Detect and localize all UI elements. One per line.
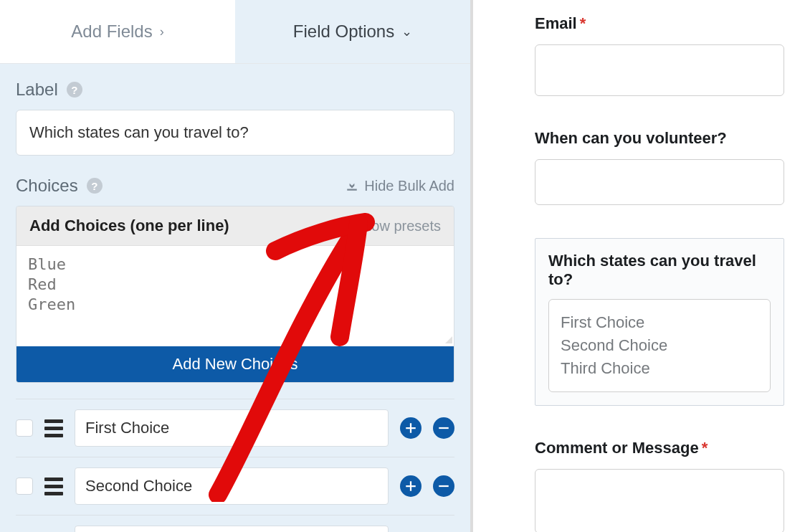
tab-label: Add Fields	[71, 22, 152, 42]
help-icon[interactable]: ?	[67, 82, 82, 98]
add-new-choices-button[interactable]: Add New Choices	[16, 346, 454, 382]
choice-list	[16, 399, 454, 532]
choice-text-input[interactable]	[75, 409, 389, 447]
form-preview: Email* When can you volunteer? Which sta…	[473, 0, 800, 532]
volunteer-field[interactable]	[535, 159, 784, 205]
sidebar-tabs: Add Fields › Field Options ⌄	[0, 0, 470, 64]
hide-bulk-add-link[interactable]: Hide Bulk Add	[346, 178, 454, 194]
bulk-choices-textarea[interactable]	[16, 246, 454, 343]
field-label-states: Which states can you travel to?	[548, 252, 771, 289]
label-section-heading: Label ?	[16, 80, 454, 100]
required-icon: *	[580, 14, 586, 32]
field-label-volunteer: When can you volunteer?	[535, 129, 784, 148]
chevron-right-icon: ›	[160, 24, 164, 39]
bulk-title: Add Choices (one per line)	[29, 217, 229, 235]
tab-field-options[interactable]: Field Options ⌄	[235, 0, 470, 63]
download-icon	[346, 179, 358, 192]
choice-preview: Third Choice	[561, 357, 758, 380]
label-text: Email	[535, 14, 577, 32]
label-input[interactable]	[16, 110, 454, 156]
choice-row	[16, 516, 454, 532]
remove-choice-button[interactable]	[433, 475, 454, 497]
tab-label: Field Options	[293, 22, 394, 42]
choice-text-input[interactable]	[75, 526, 389, 532]
email-field[interactable]	[535, 44, 784, 96]
field-label-comment: Comment or Message*	[535, 439, 784, 457]
label-title: Label	[16, 80, 58, 100]
choices-section-heading: Choices ?	[16, 176, 103, 196]
add-choice-button[interactable]	[400, 475, 422, 497]
selected-field-panel[interactable]: Which states can you travel to? First Ch…	[535, 238, 784, 406]
required-icon: *	[702, 439, 708, 457]
choice-checkbox[interactable]	[16, 419, 33, 437]
drag-handle-icon[interactable]	[44, 478, 63, 495]
comment-field[interactable]	[535, 469, 784, 532]
multiselect-preview[interactable]: First Choice Second Choice Third Choice	[548, 299, 771, 392]
tab-add-fields[interactable]: Add Fields ›	[0, 0, 235, 63]
choice-checkbox[interactable]	[16, 478, 33, 495]
help-icon[interactable]: ?	[87, 178, 103, 194]
add-choice-button[interactable]	[400, 417, 422, 439]
hide-bulk-label: Hide Bulk Add	[364, 178, 454, 194]
field-label-email: Email*	[535, 14, 784, 33]
label-text: Comment or Message	[535, 439, 699, 457]
choice-preview: Second Choice	[561, 334, 758, 357]
bulk-add-panel: Add Choices (one per line) Show presets …	[16, 206, 454, 383]
choice-preview: First Choice	[561, 311, 758, 334]
choices-title: Choices	[16, 176, 78, 196]
choice-row	[16, 457, 454, 516]
drag-handle-icon[interactable]	[44, 419, 63, 437]
show-presets-link[interactable]: Show presets	[354, 218, 441, 234]
chevron-down-icon: ⌄	[401, 24, 412, 39]
remove-choice-button[interactable]	[433, 417, 454, 439]
resize-handle-icon[interactable]	[445, 336, 452, 343]
choice-row	[16, 399, 454, 457]
choice-text-input[interactable]	[75, 467, 389, 505]
